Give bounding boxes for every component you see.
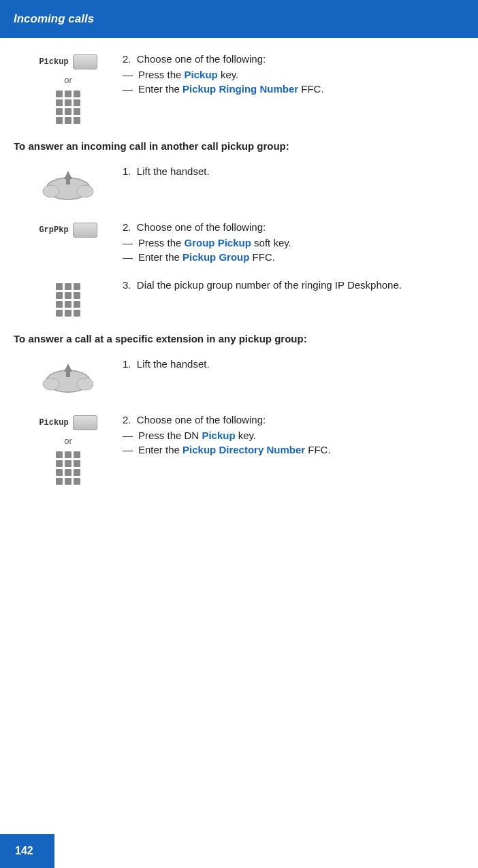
section-header-3: To answer a call at a specific extension… (14, 333, 458, 344)
step-number: 3. Dial the pickup group number of the r… (123, 279, 402, 291)
step-text-2-2: 2. Choose one of the following: — Press … (123, 220, 458, 266)
softkey-button (73, 54, 97, 69)
softkey-label-grppkp: GrpPkp (39, 225, 68, 235)
footer-spacer (54, 834, 478, 868)
section-header-2: To answer an incoming call in another ca… (14, 140, 458, 152)
svg-point-2 (77, 185, 93, 197)
bullet-list: — Press the Pickup key. — Enter the Pick… (123, 69, 458, 95)
footer: 142 (0, 834, 478, 868)
step-icon-softkey-3: Pickup or (14, 413, 123, 485)
bullet-item: — Press the Pickup key. (123, 69, 458, 80)
keypad-only-container (14, 278, 123, 317)
section-3: To answer a call at a specific extension… (14, 333, 458, 485)
step-row-2-2: GrpPkp 2. Choose one of the following: —… (14, 220, 458, 266)
highlight-pickup-directory: Pickup Directory Number (182, 444, 305, 455)
step-icon-grppkp: GrpPkp (14, 220, 123, 240)
softkey-row: Pickup (39, 54, 97, 69)
handset-icon-container (14, 164, 123, 208)
step-text-2-1: 1. Lift the handset. (123, 164, 458, 177)
step-number: 2. Choose one of the following: (123, 221, 266, 233)
keypad-icon-3 (56, 451, 80, 485)
bullet-item: — Press the DN Pickup key. (123, 430, 458, 441)
highlight-group-pickup: Group Pickup (185, 237, 251, 248)
step-row-2-1: 1. Lift the handset. (14, 164, 458, 208)
bullet-item: — Press the Group Pickup soft key. (123, 237, 458, 248)
softkey-row-grppkp: GrpPkp (39, 223, 97, 238)
highlight-dn-pickup: Pickup (202, 430, 235, 441)
bullet-list-3-2: — Press the DN Pickup key. — Enter the P… (123, 430, 458, 455)
page-header: Incoming calls (0, 0, 478, 38)
step-text: 2. Choose one of the following: — Press … (123, 52, 458, 97)
softkey-label-3: Pickup (39, 418, 68, 428)
step-number: 1. Lift the handset. (123, 358, 210, 370)
step-row-2-3: 3. Dial the pickup group number of the r… (14, 278, 458, 317)
section-2: To answer an incoming call in another ca… (14, 140, 458, 317)
step-number: 1. Lift the handset. (123, 165, 210, 177)
bullet-list-2-2: — Press the Group Pickup soft key. — Ent… (123, 237, 458, 263)
highlight-pickup-ringing: Pickup Ringing Number (182, 83, 298, 95)
svg-point-1 (43, 185, 59, 197)
or-label-3: or (64, 436, 72, 446)
page-number: 142 (0, 834, 54, 868)
keypad-icon-2 (56, 283, 80, 317)
step-text-2-3: 3. Dial the pickup group number of the r… (123, 278, 458, 291)
bullet-item: — Enter the Pickup Directory Number FFC. (123, 444, 458, 455)
keypad-icon (56, 91, 80, 124)
softkey-label: Pickup (39, 57, 68, 67)
handset-icon (37, 167, 99, 208)
softkey-button-grppkp (73, 223, 97, 238)
or-label: or (64, 75, 72, 85)
bullet-item: — Enter the Pickup Group FFC. (123, 251, 458, 263)
handset-icon-3 (37, 359, 99, 400)
step-number: 2. Choose one of the following: (123, 53, 266, 65)
svg-point-5 (43, 378, 59, 390)
handset-icon-container-3 (14, 357, 123, 400)
step-icon-softkey: Pickup or (14, 52, 123, 124)
section-1: Pickup or 2. Choose one of the following… (14, 52, 458, 124)
main-content: Pickup or 2. Choose one of the following… (0, 38, 478, 834)
step-row-3-1: 1. Lift the handset. (14, 357, 458, 400)
softkey-button-3 (73, 415, 97, 430)
page-title: Incoming calls (14, 12, 94, 25)
bullet-item: — Enter the Pickup Ringing Number FFC. (123, 83, 458, 95)
svg-point-6 (77, 378, 93, 390)
highlight-pickup: Pickup (185, 69, 218, 80)
step-number: 2. Choose one of the following: (123, 414, 266, 425)
step-text-3-2: 2. Choose one of the following: — Press … (123, 413, 458, 458)
step-row: Pickup or 2. Choose one of the following… (14, 52, 458, 124)
highlight-pickup-group: Pickup Group (182, 251, 249, 263)
step-row-3-2: Pickup or 2. Choose one of the following… (14, 413, 458, 485)
softkey-row-3: Pickup (39, 415, 97, 430)
step-text-3-1: 1. Lift the handset. (123, 357, 458, 370)
